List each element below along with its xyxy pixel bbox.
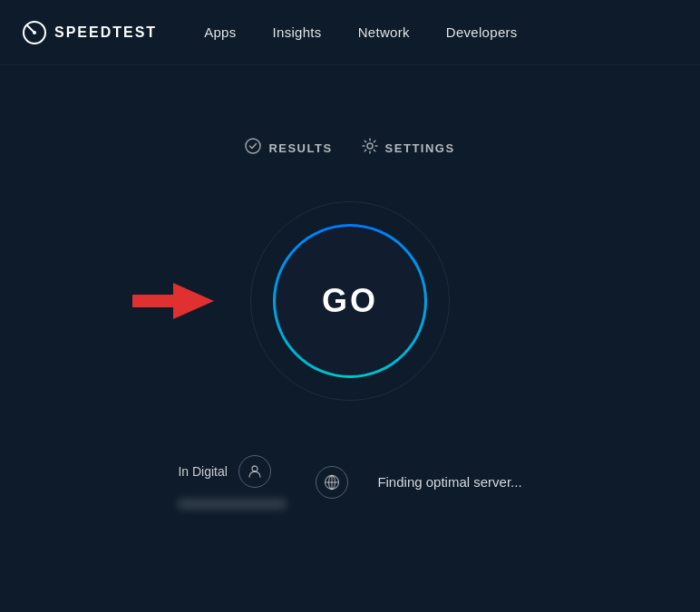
location-info: In Digital: [178, 455, 287, 510]
speedtest-widget: GO: [250, 201, 450, 401]
server-info: Finding optimal server...: [377, 472, 521, 493]
gear-icon: [362, 138, 378, 158]
go-button[interactable]: GO: [273, 224, 427, 378]
nav-item-insights[interactable]: Insights: [255, 17, 340, 47]
nav-item-developers[interactable]: Developers: [428, 17, 536, 47]
outer-ring: GO: [250, 201, 450, 401]
tab-results-label: RESULTS: [268, 141, 332, 155]
main-nav: Apps Insights Network Developers: [186, 17, 536, 47]
logo[interactable]: SPEEDTEST: [22, 20, 157, 45]
svg-rect-5: [132, 295, 182, 307]
tab-settings-label: SETTINGS: [385, 141, 455, 155]
tabs-bar: RESULTS SETTINGS: [245, 138, 454, 158]
header: SPEEDTEST Apps Insights Network Develope…: [0, 0, 700, 65]
tab-settings[interactable]: SETTINGS: [362, 138, 455, 158]
logo-text: SPEEDTEST: [54, 24, 157, 41]
blurred-ip: [178, 499, 287, 510]
person-icon[interactable]: [238, 455, 271, 488]
arrow-icon: [132, 278, 214, 324]
check-circle-icon: [245, 138, 261, 158]
tab-results[interactable]: RESULTS: [245, 138, 332, 158]
nav-item-network[interactable]: Network: [340, 17, 428, 47]
bottom-info: In Digital Finding optimal server...: [123, 455, 577, 510]
location-label: In Digital: [178, 464, 227, 479]
svg-point-1: [33, 31, 36, 34]
svg-point-2: [246, 139, 260, 153]
speedtest-logo-icon: [22, 20, 47, 45]
svg-point-3: [367, 143, 373, 149]
globe-icon[interactable]: [316, 466, 348, 499]
svg-point-6: [252, 466, 258, 471]
main-content: RESULTS SETTINGS GO: [0, 65, 700, 510]
go-label: GO: [322, 282, 378, 320]
server-label: Finding optimal server...: [377, 472, 521, 493]
arrow-indicator: [132, 278, 214, 324]
go-button-inner: GO: [276, 227, 424, 375]
nav-item-apps[interactable]: Apps: [186, 17, 254, 47]
